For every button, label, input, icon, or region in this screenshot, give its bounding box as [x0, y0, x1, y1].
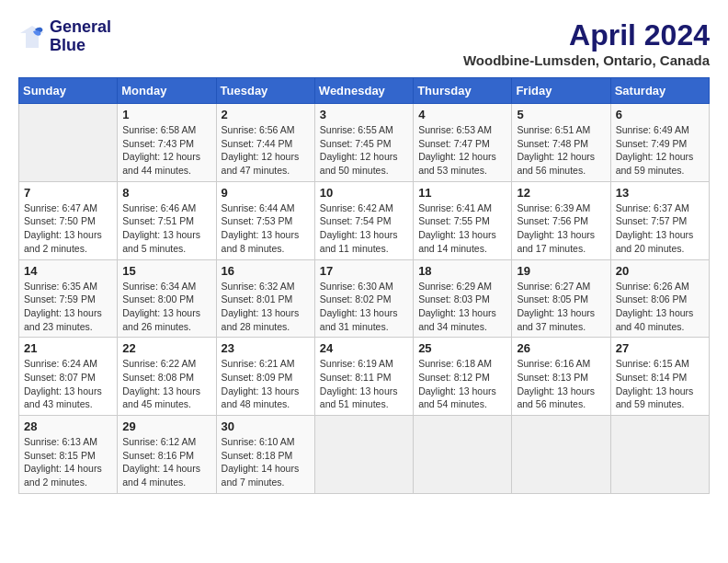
calendar-cell: 16Sunrise: 6:32 AM Sunset: 8:01 PM Dayli… — [216, 259, 314, 338]
header-tuesday: Tuesday — [216, 78, 314, 104]
day-number: 10 — [320, 186, 408, 200]
location: Woodbine-Lumsden, Ontario, Canada — [463, 52, 710, 68]
day-number: 11 — [418, 186, 506, 200]
header-saturday: Saturday — [610, 78, 709, 104]
calendar-cell — [512, 416, 610, 494]
day-number: 1 — [122, 108, 210, 121]
day-number: 15 — [122, 264, 210, 278]
calendar-cell: 21Sunrise: 6:24 AM Sunset: 8:07 PM Dayli… — [19, 338, 118, 416]
day-info: Sunrise: 6:29 AM Sunset: 8:03 PM Dayligh… — [418, 280, 506, 334]
day-info: Sunrise: 6:51 AM Sunset: 7:48 PM Dayligh… — [517, 123, 605, 178]
calendar-cell: 17Sunrise: 6:30 AM Sunset: 8:02 PM Dayli… — [314, 259, 413, 338]
header-monday: Monday — [118, 78, 216, 104]
day-info: Sunrise: 6:37 AM Sunset: 7:57 PM Dayligh… — [616, 201, 704, 256]
day-number: 7 — [24, 186, 112, 200]
day-number: 20 — [616, 264, 704, 278]
day-info: Sunrise: 6:34 AM Sunset: 8:00 PM Dayligh… — [122, 280, 210, 334]
day-info: Sunrise: 6:44 AM Sunset: 7:53 PM Dayligh… — [222, 201, 310, 256]
calendar-cell: 22Sunrise: 6:22 AM Sunset: 8:08 PM Dayli… — [118, 338, 216, 416]
calendar-cell: 27Sunrise: 6:15 AM Sunset: 8:14 PM Dayli… — [610, 338, 709, 416]
day-number: 14 — [24, 264, 112, 278]
day-number: 29 — [122, 419, 210, 433]
day-info: Sunrise: 6:55 AM Sunset: 7:45 PM Dayligh… — [320, 123, 408, 178]
day-info: Sunrise: 6:15 AM Sunset: 8:14 PM Dayligh… — [616, 357, 704, 411]
header-wednesday: Wednesday — [314, 78, 413, 104]
calendar-cell: 20Sunrise: 6:26 AM Sunset: 8:06 PM Dayli… — [610, 259, 709, 338]
day-number: 22 — [122, 341, 210, 355]
day-info: Sunrise: 6:27 AM Sunset: 8:05 PM Dayligh… — [517, 280, 605, 334]
day-info: Sunrise: 6:21 AM Sunset: 8:09 PM Dayligh… — [222, 357, 310, 411]
calendar-cell: 4Sunrise: 6:53 AM Sunset: 7:47 PM Daylig… — [414, 104, 512, 182]
day-info: Sunrise: 6:10 AM Sunset: 8:18 PM Dayligh… — [222, 435, 310, 489]
calendar-cell: 11Sunrise: 6:41 AM Sunset: 7:55 PM Dayli… — [414, 181, 512, 259]
day-info: Sunrise: 6:16 AM Sunset: 8:13 PM Dayligh… — [517, 357, 605, 411]
calendar-table: SundayMondayTuesdayWednesdayThursdayFrid… — [18, 77, 710, 494]
day-info: Sunrise: 6:24 AM Sunset: 8:07 PM Dayligh… — [24, 357, 112, 411]
calendar-cell: 15Sunrise: 6:34 AM Sunset: 8:00 PM Dayli… — [118, 259, 216, 338]
calendar-cell: 8Sunrise: 6:46 AM Sunset: 7:51 PM Daylig… — [118, 181, 216, 259]
page-header: General Blue April 2024 Woodbine-Lumsden… — [18, 18, 710, 68]
calendar-cell: 23Sunrise: 6:21 AM Sunset: 8:09 PM Dayli… — [216, 338, 314, 416]
calendar-cell: 12Sunrise: 6:39 AM Sunset: 7:56 PM Dayli… — [512, 181, 610, 259]
day-number: 5 — [517, 108, 605, 121]
day-info: Sunrise: 6:53 AM Sunset: 7:47 PM Dayligh… — [418, 123, 506, 178]
day-info: Sunrise: 6:42 AM Sunset: 7:54 PM Dayligh… — [320, 201, 408, 256]
day-number: 18 — [418, 264, 506, 278]
day-number: 4 — [418, 108, 506, 121]
calendar-cell — [314, 416, 413, 494]
logo-icon — [18, 24, 46, 50]
calendar-cell: 5Sunrise: 6:51 AM Sunset: 7:48 PM Daylig… — [512, 104, 610, 182]
calendar-cell: 25Sunrise: 6:18 AM Sunset: 8:12 PM Dayli… — [414, 338, 512, 416]
header-thursday: Thursday — [414, 78, 512, 104]
calendar-cell: 13Sunrise: 6:37 AM Sunset: 7:57 PM Dayli… — [610, 181, 709, 259]
day-number: 19 — [517, 264, 605, 278]
day-info: Sunrise: 6:49 AM Sunset: 7:49 PM Dayligh… — [616, 123, 704, 178]
calendar-cell: 6Sunrise: 6:49 AM Sunset: 7:49 PM Daylig… — [610, 104, 709, 182]
day-number: 28 — [24, 419, 112, 433]
day-number: 13 — [616, 186, 704, 200]
day-info: Sunrise: 6:13 AM Sunset: 8:15 PM Dayligh… — [24, 435, 112, 489]
day-number: 24 — [320, 341, 408, 355]
logo: General Blue — [18, 18, 111, 55]
day-number: 27 — [616, 341, 704, 355]
calendar-cell: 9Sunrise: 6:44 AM Sunset: 7:53 PM Daylig… — [216, 181, 314, 259]
week-row-5: 28Sunrise: 6:13 AM Sunset: 8:15 PM Dayli… — [19, 416, 710, 494]
calendar-cell: 1Sunrise: 6:58 AM Sunset: 7:43 PM Daylig… — [118, 104, 216, 182]
day-number: 9 — [222, 186, 310, 200]
week-row-3: 14Sunrise: 6:35 AM Sunset: 7:59 PM Dayli… — [19, 259, 710, 338]
day-info: Sunrise: 6:18 AM Sunset: 8:12 PM Dayligh… — [418, 357, 506, 411]
logo-text: General Blue — [50, 18, 111, 55]
day-info: Sunrise: 6:56 AM Sunset: 7:44 PM Dayligh… — [222, 123, 310, 178]
day-info: Sunrise: 6:35 AM Sunset: 7:59 PM Dayligh… — [24, 280, 112, 334]
calendar-cell: 10Sunrise: 6:42 AM Sunset: 7:54 PM Dayli… — [314, 181, 413, 259]
day-info: Sunrise: 6:58 AM Sunset: 7:43 PM Dayligh… — [122, 123, 210, 178]
calendar-cell: 26Sunrise: 6:16 AM Sunset: 8:13 PM Dayli… — [512, 338, 610, 416]
calendar-cell — [414, 416, 512, 494]
calendar-cell — [19, 104, 118, 182]
day-info: Sunrise: 6:26 AM Sunset: 8:06 PM Dayligh… — [616, 280, 704, 334]
day-number: 2 — [222, 108, 310, 121]
calendar-cell: 2Sunrise: 6:56 AM Sunset: 7:44 PM Daylig… — [216, 104, 314, 182]
week-row-1: 1Sunrise: 6:58 AM Sunset: 7:43 PM Daylig… — [19, 104, 710, 182]
day-number: 16 — [222, 264, 310, 278]
calendar-cell: 18Sunrise: 6:29 AM Sunset: 8:03 PM Dayli… — [414, 259, 512, 338]
day-info: Sunrise: 6:46 AM Sunset: 7:51 PM Dayligh… — [122, 201, 210, 256]
day-info: Sunrise: 6:22 AM Sunset: 8:08 PM Dayligh… — [122, 357, 210, 411]
calendar-header-row: SundayMondayTuesdayWednesdayThursdayFrid… — [19, 78, 710, 104]
calendar-cell: 19Sunrise: 6:27 AM Sunset: 8:05 PM Dayli… — [512, 259, 610, 338]
week-row-4: 21Sunrise: 6:24 AM Sunset: 8:07 PM Dayli… — [19, 338, 710, 416]
day-number: 23 — [222, 341, 310, 355]
header-friday: Friday — [512, 78, 610, 104]
calendar-cell: 29Sunrise: 6:12 AM Sunset: 8:16 PM Dayli… — [118, 416, 216, 494]
header-sunday: Sunday — [19, 78, 118, 104]
calendar-cell: 14Sunrise: 6:35 AM Sunset: 7:59 PM Dayli… — [19, 259, 118, 338]
calendar-cell — [610, 416, 709, 494]
title-block: April 2024 Woodbine-Lumsden, Ontario, Ca… — [463, 18, 710, 68]
day-number: 3 — [320, 108, 408, 121]
day-info: Sunrise: 6:39 AM Sunset: 7:56 PM Dayligh… — [517, 201, 605, 256]
day-number: 25 — [418, 341, 506, 355]
day-info: Sunrise: 6:47 AM Sunset: 7:50 PM Dayligh… — [24, 201, 112, 256]
day-number: 8 — [122, 186, 210, 200]
day-number: 26 — [517, 341, 605, 355]
calendar-cell: 24Sunrise: 6:19 AM Sunset: 8:11 PM Dayli… — [314, 338, 413, 416]
